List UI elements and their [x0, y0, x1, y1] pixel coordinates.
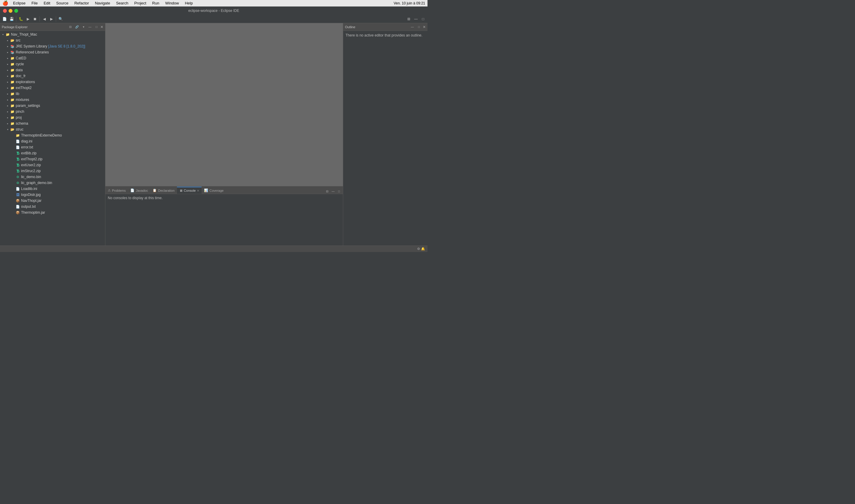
tree-item-extuser2-zip[interactable]: ▸ 🗜 extUser2.zip	[0, 162, 105, 168]
label-mixtures: mixtures	[16, 98, 29, 102]
minimize-button[interactable]	[8, 9, 13, 13]
toolbar-minimize[interactable]: —	[413, 16, 419, 22]
traffic-lights	[3, 9, 18, 13]
main-toolbar: 📄 💾 🐛 ▶ ⏹ ◀ ▶ 🔍 ⊞ — □	[0, 15, 427, 23]
tree-item-imstruc2-zip[interactable]: ▸ 🗜 imStruc2.zip	[0, 168, 105, 174]
toolbar-back[interactable]: ◀	[41, 16, 48, 22]
outline-minimize[interactable]: —	[410, 24, 415, 30]
tree-item-lic-demo-bin[interactable]: ▸ ⚙ lic_demo.bin	[0, 174, 105, 180]
toolbar-stop[interactable]: ⏹	[32, 16, 38, 22]
tree-item-mixtures[interactable]: ▸ 📁 mixtures	[0, 97, 105, 103]
tree-item-explorations[interactable]: ▸ 📁 explorations	[0, 79, 105, 85]
tree-item-logodistr-jpg[interactable]: ▸ 🖼 logoDistr.jpg	[0, 192, 105, 198]
view-menu-button[interactable]: ▾	[81, 24, 86, 30]
tree-item-output-txt[interactable]: ▸ 📄 output.txt	[0, 204, 105, 210]
tab-javadoc[interactable]: 📄 Javadoc	[128, 187, 150, 194]
close-button[interactable]	[3, 9, 7, 13]
tree-item-extbib-zip[interactable]: ▸ 🗜 extBib.zip	[0, 150, 105, 156]
tree-item-cated[interactable]: ▸ 📁 CatED	[0, 55, 105, 61]
arrow-mixtures: ▸	[5, 97, 10, 102]
tab-problems[interactable]: ⚠ Problems	[105, 187, 128, 194]
tree-item-error-txt[interactable]: ▸ 📄 error.txt	[0, 144, 105, 150]
tree-item-loadlib-ini[interactable]: ▸ 📄 Loadlib.ini	[0, 186, 105, 192]
tree-item-extthopt2-zip[interactable]: ▸ 🗜 extThopt2.zip	[0, 156, 105, 162]
tab-console[interactable]: 🖥 Console ✕	[177, 187, 201, 194]
icon-param-settings: 📁	[10, 103, 15, 108]
icon-src: 📂	[10, 38, 15, 43]
tree-item-cycle[interactable]: ▸ 📁 cycle	[0, 61, 105, 67]
menu-window[interactable]: Window	[164, 1, 180, 5]
tree-item-thermoptim-externe-demo[interactable]: ▸ 📁 ThermoptimExterneDemo	[0, 132, 105, 138]
tree-item-doc-fr[interactable]: ▸ 📁 doc_fr	[0, 73, 105, 79]
toolbar-debug[interactable]: 🐛	[18, 16, 24, 22]
icon-lic-graph-demo-bin: ⚙	[15, 180, 20, 185]
icon-error-txt: 📄	[15, 145, 20, 149]
toolbar-search[interactable]: 🔍	[57, 16, 64, 22]
arrow-struc: ▾	[5, 127, 10, 132]
close-console-tab[interactable]: ✕	[197, 189, 199, 192]
tab-coverage[interactable]: 📊 Coverage	[201, 187, 226, 194]
tree-item-extthopt2[interactable]: ▸ 📁 extThopt2	[0, 85, 105, 91]
bottom-maximize[interactable]: □	[336, 188, 342, 194]
tree-item-pinch[interactable]: ▸ 📁 pinch	[0, 109, 105, 114]
main-layout: Package Explorer ⊟ 🔗 ▾ — □ ✕ ▾ 📁 Nav_Tho…	[0, 23, 427, 246]
tree-item-jre[interactable]: ▸ 📚 JRE System Library [Java SE 8 [1.8.0…	[0, 43, 105, 49]
minimize-panel-button[interactable]: —	[87, 24, 93, 30]
tab-coverage-label: Coverage	[209, 189, 224, 192]
icon-thermoptim-jar: 📦	[15, 210, 20, 215]
toolbar-save[interactable]: 💾	[8, 16, 15, 22]
maximize-button[interactable]	[14, 9, 18, 13]
toolbar-run[interactable]: ▶	[25, 16, 31, 22]
menu-help[interactable]: Help	[184, 1, 194, 5]
icon-jre: 📚	[10, 44, 15, 49]
coverage-icon: 📊	[204, 188, 208, 192]
close-outline[interactable]: ✕	[423, 25, 426, 29]
tree-item-lib[interactable]: ▸ 📁 lib	[0, 91, 105, 97]
icon-imstruc2-zip: 🗜	[15, 168, 20, 173]
tree-item-navthopt-jar[interactable]: ▸ 📦 NavThopt.jar	[0, 198, 105, 204]
label-explorations: explorations	[16, 80, 35, 84]
tree-item-data[interactable]: ▸ 📁 data	[0, 67, 105, 73]
menu-eclipse[interactable]: Eclipse	[12, 1, 27, 5]
tree-item-schema[interactable]: ▸ 📁 schema	[0, 121, 105, 126]
package-explorer-header: Package Explorer ⊟ 🔗 ▾ — □ ✕	[0, 23, 105, 31]
tree-item-lic-graph-demo-bin[interactable]: ▸ ⚙ lic_graph_demo.bin	[0, 180, 105, 186]
maximize-panel-button[interactable]: □	[94, 24, 99, 30]
tree-item-thermoptim-jar[interactable]: ▸ 📦 Thermoptim.jar	[0, 210, 105, 216]
tab-problems-label: Problems	[112, 189, 126, 192]
collapse-all-button[interactable]: ⊟	[68, 24, 73, 30]
bottom-minimize[interactable]: —	[331, 188, 336, 194]
problems-icon: ⚠	[108, 188, 111, 192]
menu-refactor[interactable]: Refactor	[73, 1, 90, 5]
apple-menu[interactable]: 🍎	[2, 0, 8, 6]
tree-item-ref-lib[interactable]: ▸ 📚 Referenced Libraries	[0, 49, 105, 55]
tree-item-nav-thopt-mac[interactable]: ▾ 📁 Nav_Thopt_Mac	[0, 32, 105, 37]
toolbar-maximize-area[interactable]: □	[420, 16, 426, 22]
tree-item-src[interactable]: ▸ 📂 src	[0, 37, 105, 43]
menu-edit[interactable]: Edit	[42, 1, 51, 5]
tree-item-proj[interactable]: ▸ 📁 proj	[0, 114, 105, 121]
arrow-doc-fr: ▸	[5, 74, 10, 78]
icon-thermoptim-externe-demo: 📁	[15, 133, 20, 138]
outline-maximize[interactable]: □	[416, 24, 422, 30]
menu-navigate[interactable]: Navigate	[94, 1, 111, 5]
close-package-explorer[interactable]: ✕	[100, 25, 103, 29]
tree-item-struc[interactable]: ▾ 📂 struc	[0, 126, 105, 132]
toolbar-perspective[interactable]: ⊞	[406, 16, 412, 22]
toolbar-new[interactable]: 📄	[1, 16, 8, 22]
menu-file[interactable]: File	[30, 1, 39, 5]
arrow-src: ▸	[5, 38, 10, 43]
menu-run[interactable]: Run	[151, 1, 161, 5]
bottom-view-menu[interactable]: ⊟	[324, 188, 330, 194]
menu-search[interactable]: Search	[115, 1, 129, 5]
toolbar-forward[interactable]: ▶	[48, 16, 55, 22]
menu-project[interactable]: Project	[133, 1, 147, 5]
link-editor-button[interactable]: 🔗	[74, 24, 79, 30]
tree-item-diag-ini[interactable]: ▸ 📄 diag.ini	[0, 138, 105, 144]
menu-source[interactable]: Source	[55, 1, 70, 5]
label-lic-demo-bin: lic_demo.bin	[21, 175, 41, 179]
tree-item-param-settings[interactable]: ▸ 📁 param_settings	[0, 103, 105, 109]
icon-extthopt2: 📁	[10, 86, 15, 90]
tab-console-label: Console	[184, 189, 196, 192]
tab-declaration[interactable]: 📋 Declaration	[150, 187, 177, 194]
